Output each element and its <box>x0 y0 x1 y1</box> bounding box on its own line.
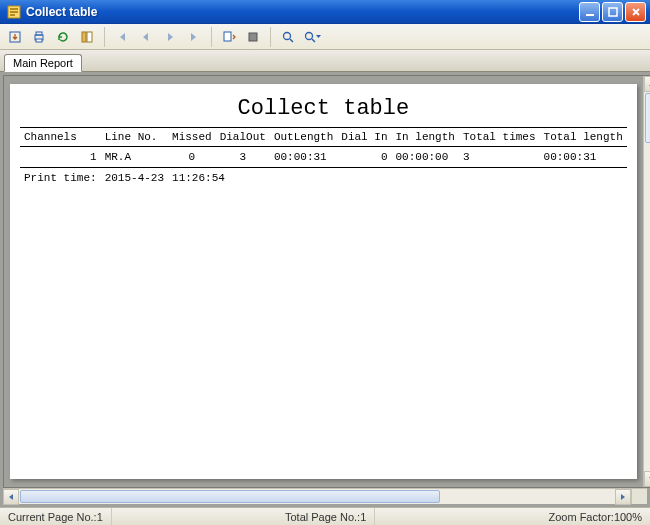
minimize-button[interactable] <box>579 2 600 22</box>
first-page-icon[interactable] <box>111 26 133 48</box>
toggle-tree-icon[interactable] <box>76 26 98 48</box>
stop-icon[interactable] <box>242 26 264 48</box>
col-total-length: Total length <box>540 128 627 147</box>
svg-rect-9 <box>36 39 42 42</box>
refresh-icon[interactable] <box>52 26 74 48</box>
title-bar: Collect table <box>0 0 650 24</box>
status-bar: Current Page No.: 1 Total Page No.: 1 Zo… <box>0 507 650 525</box>
status-total-page: Total Page No.: 1 <box>277 508 375 525</box>
current-page-label: Current Page No.: <box>8 511 97 523</box>
last-page-icon[interactable] <box>183 26 205 48</box>
current-page-value: 1 <box>97 511 103 523</box>
col-missed: Missed <box>168 128 216 147</box>
scroll-down-icon[interactable] <box>644 471 650 487</box>
total-page-value: 1 <box>360 511 366 523</box>
col-inlength: In length <box>392 128 459 147</box>
svg-point-14 <box>284 32 291 39</box>
goto-page-icon[interactable] <box>218 26 240 48</box>
scroll-left-icon[interactable] <box>3 489 19 505</box>
svg-rect-10 <box>82 32 86 42</box>
toolbar-separator <box>211 27 212 47</box>
svg-point-15 <box>306 32 313 39</box>
svg-rect-13 <box>249 33 257 41</box>
toolbar-separator <box>104 27 105 47</box>
print-clock: 11:26:54 <box>168 168 627 189</box>
svg-rect-3 <box>10 14 15 16</box>
toolbar <box>0 24 650 50</box>
app-icon <box>6 4 22 20</box>
table-header-row: Channels Line No. Missed DialOut OutLeng… <box>20 128 627 147</box>
page-area[interactable]: Collect table Channels Line No. Missed D… <box>4 76 643 487</box>
svg-rect-4 <box>586 14 594 16</box>
report-table: Channels Line No. Missed DialOut OutLeng… <box>20 127 627 188</box>
viewport-wrap: Collect table Channels Line No. Missed D… <box>0 72 650 488</box>
cell-outlength: 00:00:31 <box>270 147 337 168</box>
tab-strip: Main Report <box>0 50 650 72</box>
zoom-dropdown-icon[interactable] <box>301 26 323 48</box>
window-title: Collect table <box>26 5 579 19</box>
vscroll-thumb[interactable] <box>645 93 650 143</box>
cell-total-times: 3 <box>459 147 540 168</box>
vertical-scrollbar[interactable] <box>643 76 650 487</box>
cell-total-length: 00:00:31 <box>540 147 627 168</box>
find-icon[interactable] <box>277 26 299 48</box>
cell-dialout: 3 <box>216 147 270 168</box>
col-dialin: Dial In <box>337 128 391 147</box>
col-channels: Channels <box>20 128 101 147</box>
print-icon[interactable] <box>28 26 50 48</box>
cell-missed: 0 <box>168 147 216 168</box>
cell-dialin: 0 <box>337 147 391 168</box>
cell-line-no: MR.A <box>101 147 168 168</box>
svg-rect-8 <box>36 32 42 35</box>
col-total-times: Total times <box>459 128 540 147</box>
cell-inlength: 00:00:00 <box>392 147 459 168</box>
scroll-up-icon[interactable] <box>644 76 650 92</box>
svg-rect-5 <box>609 8 617 16</box>
cell-channels: 1 <box>20 147 101 168</box>
status-zoom: Zoom Factor: 100% <box>540 508 650 525</box>
prev-page-icon[interactable] <box>135 26 157 48</box>
status-current-page: Current Page No.: 1 <box>0 508 112 525</box>
print-time-row: Print time: 2015-4-23 11:26:54 <box>20 168 627 189</box>
table-row: 1 MR.A 0 3 00:00:31 0 00:00:00 3 00:00:3… <box>20 147 627 168</box>
report-title: Collect table <box>20 96 627 121</box>
export-icon[interactable] <box>4 26 26 48</box>
col-line-no: Line No. <box>101 128 168 147</box>
print-time-label: Print time: <box>20 168 101 189</box>
print-date: 2015-4-23 <box>101 168 168 189</box>
window-buttons <box>579 2 648 22</box>
vscroll-track[interactable] <box>644 92 650 471</box>
svg-rect-1 <box>10 8 18 10</box>
hscroll-track[interactable] <box>19 489 615 504</box>
horizontal-scrollbar[interactable] <box>3 488 647 504</box>
col-outlength: OutLength <box>270 128 337 147</box>
report-page: Collect table Channels Line No. Missed D… <box>10 84 637 479</box>
client-area: Main Report Collect table Channels Line … <box>0 50 650 507</box>
hscroll-thumb[interactable] <box>20 490 440 503</box>
total-page-label: Total Page No.: <box>285 511 360 523</box>
zoom-label: Zoom Factor: <box>548 511 613 523</box>
scroll-corner <box>631 489 647 504</box>
col-dialout: DialOut <box>216 128 270 147</box>
tab-main-report[interactable]: Main Report <box>4 54 82 72</box>
report-viewport: Collect table Channels Line No. Missed D… <box>3 75 650 488</box>
svg-rect-12 <box>224 32 231 41</box>
zoom-value: 100% <box>614 511 642 523</box>
next-page-icon[interactable] <box>159 26 181 48</box>
toolbar-separator <box>270 27 271 47</box>
close-button[interactable] <box>625 2 646 22</box>
scroll-right-icon[interactable] <box>615 489 631 505</box>
svg-rect-11 <box>87 32 92 42</box>
maximize-button[interactable] <box>602 2 623 22</box>
svg-rect-2 <box>10 11 18 13</box>
